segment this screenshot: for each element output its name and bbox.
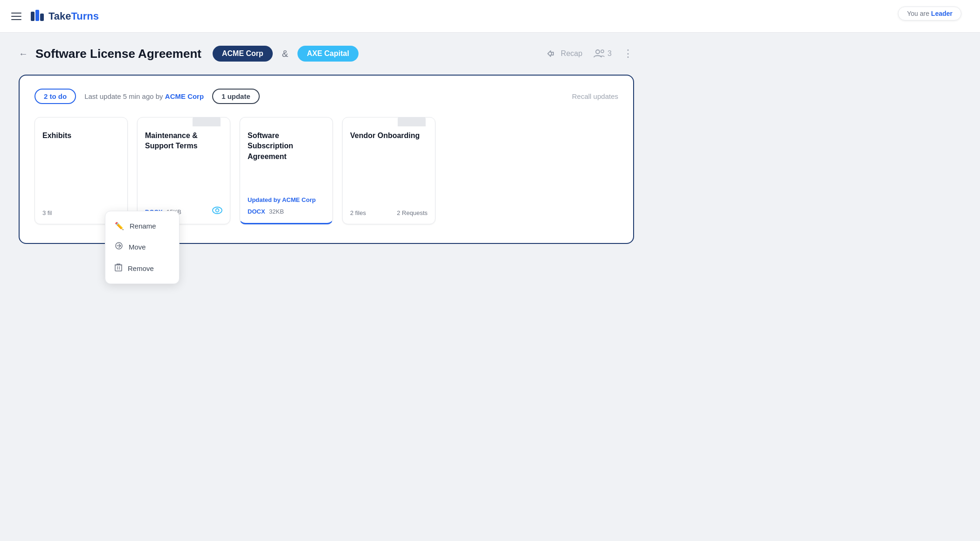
more-options-button[interactable]: ⋮ [623, 48, 634, 60]
recap-button[interactable]: Recap [547, 49, 582, 58]
role-banner: You are Leader [898, 7, 961, 21]
doc-title-maintenance: Maintenance & Support Terms [145, 131, 222, 152]
rename-menu-item[interactable]: ✏️ Rename [105, 216, 179, 236]
card-tab-maintenance [193, 117, 221, 126]
remove-label: Remove [128, 264, 154, 272]
title-actions: Recap 3 ⋮ [547, 48, 634, 60]
recall-updates-button[interactable]: Recall updates [572, 92, 618, 100]
logo-text: TakeTurns [48, 10, 99, 22]
logo: TakeTurns [29, 8, 99, 25]
remove-menu-item[interactable]: Remove [105, 257, 179, 279]
move-menu-item[interactable]: Move [105, 236, 179, 257]
svg-point-3 [596, 50, 600, 54]
top-nav: TakeTurns [0, 0, 980, 33]
card-container: 2 to do Last update 5 min ago by ACME Co… [19, 75, 634, 244]
main-content: ← Software License Agreement ACME Corp &… [0, 33, 653, 257]
vendor-requests-count: 2 Requests [397, 209, 428, 216]
card-tab-vendor [398, 117, 426, 126]
update-badge[interactable]: 1 update [212, 89, 260, 104]
doc-card-exhibits[interactable]: Exhibits 3 fil ✏️ Rename [35, 117, 128, 224]
updated-label-software: Updated by ACME Corp [248, 196, 325, 203]
remove-icon [115, 263, 122, 273]
doc-footer-vendor: 2 files 2 Requests [350, 209, 428, 216]
rename-icon: ✏️ [115, 222, 124, 230]
svg-rect-2 [40, 14, 44, 21]
hamburger-menu[interactable] [11, 13, 21, 20]
svg-point-8 [216, 209, 219, 212]
status-bar: 2 to do Last update 5 min ago by ACME Co… [35, 89, 618, 104]
doc-footer-software: DOCX 32KB [248, 207, 325, 215]
svg-rect-6 [115, 265, 122, 271]
back-button[interactable]: ← [19, 49, 28, 59]
doc-title-software: Software Subscription Agreement [248, 131, 325, 162]
party2-badge[interactable]: AXE Capital [297, 46, 359, 62]
svg-rect-0 [31, 12, 35, 21]
role-label: Leader [931, 10, 952, 17]
rename-label: Rename [130, 222, 156, 230]
people-icon [594, 49, 605, 58]
people-count: 3 [607, 49, 612, 58]
exhibits-files-count: 3 fil [42, 209, 52, 216]
todo-badge[interactable]: 2 to do [35, 89, 76, 104]
doc-card-vendor[interactable]: Vendor Onboarding 2 files 2 Requests [342, 117, 435, 224]
people-button[interactable]: 3 [594, 49, 612, 58]
recap-label: Recap [561, 49, 582, 58]
move-label: Move [129, 243, 146, 251]
doc-title-vendor: Vendor Onboarding [350, 131, 428, 141]
vendor-files-count: 2 files [350, 209, 366, 216]
party1-badge[interactable]: ACME Corp [213, 46, 273, 62]
software-file-size: 32KB [269, 208, 284, 215]
doc-title-exhibits: Exhibits [42, 131, 120, 141]
svg-rect-1 [35, 10, 39, 21]
last-update-author: ACME Corp [165, 92, 204, 100]
doc-card-software[interactable]: Software Subscription Agreement Updated … [240, 117, 333, 224]
page-title: Software License Agreement [35, 47, 201, 61]
title-row: ← Software License Agreement ACME Corp &… [19, 46, 634, 62]
last-update-text: Last update 5 min ago by ACME Corp [84, 92, 204, 100]
ampersand: & [282, 49, 288, 59]
move-icon [115, 242, 123, 252]
svg-point-4 [601, 50, 604, 53]
view-icon-maintenance[interactable] [212, 207, 222, 216]
software-file-type: DOCX [248, 208, 265, 215]
svg-point-7 [213, 207, 222, 214]
context-menu: ✏️ Rename Move [105, 211, 179, 284]
doc-card-maintenance[interactable]: Maintenance & Support Terms DOCX 15KB [137, 117, 230, 224]
recap-icon [547, 49, 557, 58]
cards-grid: Exhibits 3 fil ✏️ Rename [35, 117, 618, 224]
